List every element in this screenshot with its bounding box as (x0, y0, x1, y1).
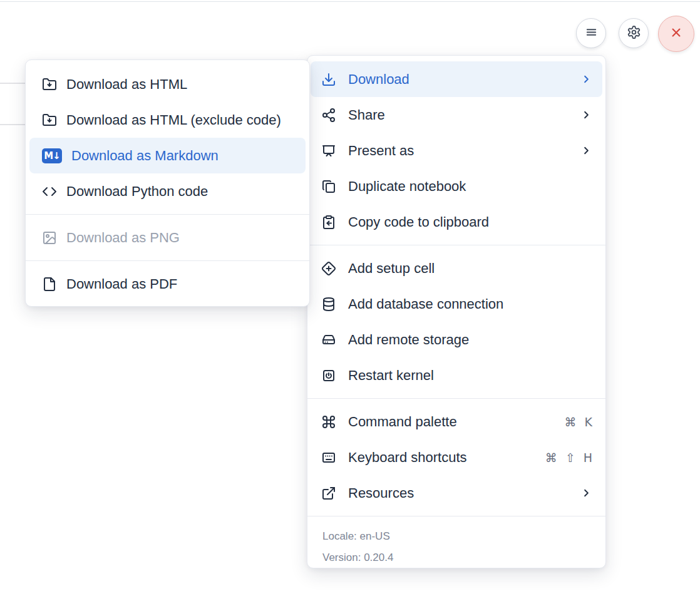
gear-icon (627, 25, 641, 42)
menu-item-add-setup-cell[interactable]: Add setup cell (311, 250, 602, 286)
folder-down-icon (42, 113, 57, 128)
copy-icon (321, 179, 336, 194)
shortcut-hint: ⌘ K (565, 415, 593, 429)
presentation-icon (321, 143, 336, 158)
markdown-download-icon: M↓ (42, 148, 62, 163)
menu-item-label: Download (348, 71, 409, 88)
menu-item-present-as[interactable]: Present as (311, 133, 602, 168)
notebook-menu-button[interactable] (576, 18, 606, 48)
submenu-item-download-html[interactable]: Download as HTML (29, 66, 306, 102)
chevron-right-icon (580, 73, 592, 85)
square-power-icon (321, 368, 336, 383)
command-icon (321, 414, 336, 429)
external-link-icon (321, 486, 336, 501)
submenu-item-download-python-code[interactable]: Download Python code (29, 173, 306, 209)
submenu-item-download-html-exclude-code[interactable]: Download as HTML (exclude code) (29, 102, 306, 138)
download-submenu: Download as HTML Download as HTML (exclu… (25, 59, 310, 307)
database-icon (321, 297, 336, 312)
menu-item-share[interactable]: Share (311, 97, 602, 133)
menu-item-copy-code[interactable]: Copy code to clipboard (311, 204, 602, 240)
menu-item-label: Share (348, 107, 385, 123)
file-icon (42, 277, 57, 292)
keyboard-icon (321, 450, 336, 465)
chevron-right-icon (580, 487, 592, 499)
submenu-item-download-markdown[interactable]: M↓ Download as Markdown (29, 138, 306, 173)
hamburger-icon (584, 25, 599, 42)
submenu-item-download-png[interactable]: Download as PNG (29, 220, 306, 255)
menu-item-command-palette[interactable]: Command palette ⌘ K (311, 404, 602, 439)
menu-footer: Locale: en-US Version: 0.20.4 (307, 521, 605, 575)
menu-item-label: Resources (348, 485, 414, 501)
settings-button[interactable] (619, 18, 649, 48)
submenu-item-label: Download as HTML (exclude code) (66, 112, 281, 128)
chevron-right-icon (580, 109, 592, 121)
code-icon (42, 184, 57, 199)
menu-item-label: Add database connection (348, 296, 503, 312)
submenu-item-label: Download as PDF (66, 276, 177, 292)
menu-item-label: Keyboard shortcuts (348, 449, 467, 466)
folder-down-icon (42, 77, 57, 92)
chevron-right-icon (580, 145, 592, 157)
background-row-divider (0, 83, 26, 84)
menu-item-label: Add remote storage (348, 332, 469, 348)
submenu-separator (26, 260, 309, 261)
submenu-separator (26, 214, 309, 215)
shutdown-button[interactable] (658, 16, 694, 52)
download-icon (321, 72, 336, 87)
menu-item-label: Add setup cell (348, 260, 435, 277)
shortcut-hint: ⌘ ⇧ H (545, 451, 592, 465)
menu-item-label: Present as (348, 143, 414, 159)
menu-item-duplicate-notebook[interactable]: Duplicate notebook (311, 168, 602, 204)
version-text: Version: 0.20.4 (307, 547, 605, 568)
menu-item-label: Restart kernel (348, 367, 434, 384)
submenu-item-download-pdf[interactable]: Download as PDF (29, 266, 306, 302)
submenu-item-label: Download Python code (66, 183, 208, 200)
submenu-item-label: Download as PNG (66, 230, 180, 246)
x-icon (668, 24, 684, 43)
menu-separator (307, 516, 605, 516)
menu-item-keyboard-shortcuts[interactable]: Keyboard shortcuts ⌘ ⇧ H (311, 439, 602, 475)
clipboard-copy-icon (321, 215, 336, 230)
notebook-actions-menu: Download Share Present as Duplicate note… (307, 55, 606, 568)
menu-item-restart-kernel[interactable]: Restart kernel (311, 357, 602, 393)
page: { "toolbar": { "buttons": [ { "name": "n… (0, 0, 700, 616)
menu-item-label: Command palette (348, 414, 457, 430)
submenu-item-label: Download as HTML (66, 76, 187, 93)
submenu-item-label: Download as Markdown (71, 148, 219, 164)
share-icon (321, 108, 336, 123)
menu-item-add-remote-storage[interactable]: Add remote storage (311, 322, 602, 357)
menu-item-resources[interactable]: Resources (311, 475, 602, 511)
menu-item-label: Copy code to clipboard (348, 214, 489, 230)
image-icon (42, 230, 57, 245)
diamond-plus-icon (321, 261, 336, 276)
menu-item-add-database-connection[interactable]: Add database connection (311, 286, 602, 322)
menu-item-label: Duplicate notebook (348, 178, 466, 195)
hard-drive-icon (321, 332, 336, 347)
menu-item-download[interactable]: Download (311, 61, 602, 97)
menu-separator (307, 398, 605, 399)
background-row-divider (0, 124, 26, 125)
locale-text: Locale: en-US (307, 526, 605, 547)
menu-separator (307, 245, 605, 245)
page-top-divider (0, 1, 700, 2)
